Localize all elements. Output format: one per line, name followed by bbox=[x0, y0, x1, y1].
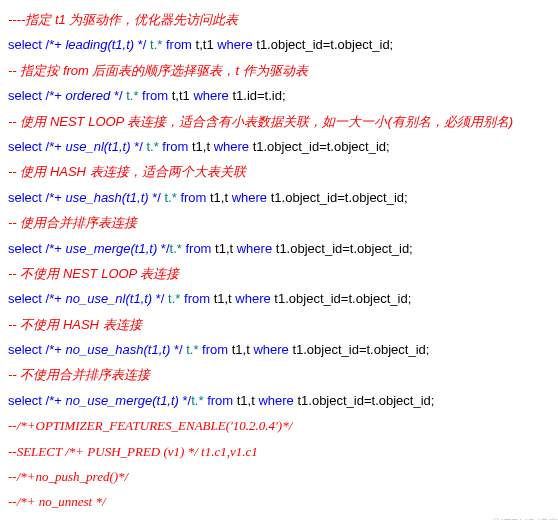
where-condition: t1.object_id=t.object_id; bbox=[249, 139, 390, 154]
hint-close: */ bbox=[170, 342, 182, 357]
hint-text: no_use_hash(t1,t) bbox=[65, 342, 170, 357]
sql-keyword-where: where bbox=[214, 139, 249, 154]
table-list: t1,t bbox=[188, 139, 213, 154]
table-list: t1,t bbox=[206, 190, 231, 205]
select-targets: t.* bbox=[143, 139, 163, 154]
sql-keyword-select: select bbox=[8, 241, 42, 256]
code-line: --/*+no_push_pred()*/ bbox=[8, 465, 558, 488]
code-line: select /*+ no_use_merge(t1,t) */t.* from… bbox=[8, 389, 558, 412]
sql-keyword-from: from bbox=[142, 88, 168, 103]
code-line: select /*+ use_hash(t1,t) */ t.* from t1… bbox=[8, 186, 558, 209]
table-list: t,t1 bbox=[192, 37, 217, 52]
code-line: select /*+ ordered */ t.* from t,t1 wher… bbox=[8, 84, 558, 107]
comment-text: --/*+OPTIMIZER_FEATURES_ENABLE('10.2.0.4… bbox=[8, 418, 292, 433]
code-line: --/*+OPTIMIZER_FEATURES_ENABLE('10.2.0.4… bbox=[8, 414, 558, 437]
where-condition: t1.object_id=t.object_id; bbox=[267, 190, 408, 205]
hint-close: */ bbox=[110, 88, 122, 103]
sql-keyword-from: from bbox=[166, 37, 192, 52]
where-condition: t1.id=t.id; bbox=[229, 88, 286, 103]
code-line: select /*+ no_use_hash(t1,t) */ t.* from… bbox=[8, 338, 558, 361]
select-targets: t.* bbox=[191, 393, 207, 408]
hint-open: /*+ bbox=[42, 241, 66, 256]
code-line: ----指定 t1 为驱动作，优化器先访问此表 bbox=[8, 8, 558, 31]
code-line: --/*+ unnest */ bbox=[8, 516, 558, 520]
code-line: -- 指定按 from 后面表的顺序选择驱表，t 作为驱动表 bbox=[8, 59, 558, 82]
table-list: t1,t bbox=[210, 291, 235, 306]
comment-text: -- 指定按 from 后面表的顺序选择驱表，t 作为驱动表 bbox=[8, 63, 308, 78]
comment-text: --SELECT /*+ PUSH_PRED (v1) */ t1.c1,v1.… bbox=[8, 444, 258, 459]
hint-text: use_hash(t1,t) bbox=[65, 190, 148, 205]
comment-text: ----指定 t1 为驱动作，优化器先访问此表 bbox=[8, 12, 238, 27]
comment-text: --/*+no_push_pred()*/ bbox=[8, 469, 128, 484]
comment-text: -- 不使用 NEST LOOP 表连接 bbox=[8, 266, 179, 281]
select-targets: t.* bbox=[170, 241, 186, 256]
hint-open: /*+ bbox=[42, 342, 66, 357]
hint-text: leading(t1,t) bbox=[65, 37, 134, 52]
hint-open: /*+ bbox=[42, 88, 66, 103]
comment-text: -- 不使用 HASH 表连接 bbox=[8, 317, 142, 332]
hint-open: /*+ bbox=[42, 291, 66, 306]
hint-open: /*+ bbox=[42, 37, 66, 52]
sql-keyword-where: where bbox=[217, 37, 252, 52]
comment-text: -- 使用 HASH 表连接，适合两个大表关联 bbox=[8, 164, 246, 179]
sql-keyword-from: from bbox=[207, 393, 233, 408]
code-line: -- 不使用 NEST LOOP 表连接 bbox=[8, 262, 558, 285]
sql-keyword-select: select bbox=[8, 393, 42, 408]
code-line: --/*+ no_unnest */ bbox=[8, 490, 558, 513]
hint-text: no_use_merge(t1,t) bbox=[65, 393, 178, 408]
hint-open: /*+ bbox=[42, 190, 66, 205]
sql-keyword-from: from bbox=[162, 139, 188, 154]
table-list: t1,t bbox=[211, 241, 236, 256]
code-line: select /*+ leading(t1,t) */ t.* from t,t… bbox=[8, 33, 558, 56]
sql-keyword-where: where bbox=[237, 241, 272, 256]
code-line: select /*+ use_merge(t1,t) */t.* from t1… bbox=[8, 237, 558, 260]
sql-keyword-select: select bbox=[8, 37, 42, 52]
select-targets: t.* bbox=[165, 291, 185, 306]
sql-keyword-select: select bbox=[8, 139, 42, 154]
where-condition: t1.object_id=t.object_id; bbox=[289, 342, 430, 357]
hint-text: ordered bbox=[65, 88, 110, 103]
code-line: -- 不使用 HASH 表连接 bbox=[8, 313, 558, 336]
where-condition: t1.object_id=t.object_id; bbox=[271, 291, 412, 306]
sql-keyword-where: where bbox=[258, 393, 293, 408]
where-condition: t1.object_id=t.object_id; bbox=[294, 393, 435, 408]
where-condition: t1.object_id=t.object_id; bbox=[253, 37, 394, 52]
sql-keyword-from: from bbox=[185, 241, 211, 256]
sql-keyword-from: from bbox=[180, 190, 206, 205]
table-list: t1,t bbox=[233, 393, 258, 408]
comment-text: -- 不使用合并排序表连接 bbox=[8, 367, 150, 382]
code-line: -- 不使用合并排序表连接 bbox=[8, 363, 558, 386]
select-targets: t.* bbox=[183, 342, 203, 357]
comment-text: -- 使用合并排序表连接 bbox=[8, 215, 137, 230]
select-targets: t.* bbox=[146, 37, 166, 52]
select-targets: t.* bbox=[161, 190, 181, 205]
select-targets: t.* bbox=[123, 88, 143, 103]
code-line: -- 使用合并排序表连接 bbox=[8, 211, 558, 234]
sql-keyword-from: from bbox=[202, 342, 228, 357]
sql-keyword-where: where bbox=[232, 190, 267, 205]
code-line: -- 使用 HASH 表连接，适合两个大表关联 bbox=[8, 160, 558, 183]
code-line: select /*+ use_nl(t1,t) */ t.* from t1,t… bbox=[8, 135, 558, 158]
hint-close: */ bbox=[149, 190, 161, 205]
sql-keyword-select: select bbox=[8, 190, 42, 205]
comment-text: -- 使用 NEST LOOP 表连接，适合含有小表数据关联，如一大一小(有别名… bbox=[8, 114, 513, 129]
sql-keyword-select: select bbox=[8, 291, 42, 306]
comment-text: --/*+ no_unnest */ bbox=[8, 494, 106, 509]
hint-open: /*+ bbox=[42, 139, 66, 154]
sql-keyword-select: select bbox=[8, 88, 42, 103]
hint-open: /*+ bbox=[42, 393, 66, 408]
hint-close: */ bbox=[179, 393, 191, 408]
sql-keyword-from: from bbox=[184, 291, 210, 306]
where-condition: t1.object_id=t.object_id; bbox=[272, 241, 413, 256]
code-line: select /*+ no_use_nl(t1,t) */ t.* from t… bbox=[8, 287, 558, 310]
code-line: --SELECT /*+ PUSH_PRED (v1) */ t1.c1,v1.… bbox=[8, 440, 558, 463]
sql-keyword-where: where bbox=[193, 88, 228, 103]
code-document: ----指定 t1 为驱动作，优化器先访问此表select /*+ leadin… bbox=[8, 8, 558, 520]
hint-text: no_use_nl(t1,t) bbox=[65, 291, 152, 306]
sql-keyword-where: where bbox=[253, 342, 288, 357]
sql-keyword-select: select bbox=[8, 342, 42, 357]
hint-text: use_merge(t1,t) bbox=[65, 241, 157, 256]
sql-keyword-where: where bbox=[235, 291, 270, 306]
hint-close: */ bbox=[152, 291, 164, 306]
code-line: -- 使用 NEST LOOP 表连接，适合含有小表数据关联，如一大一小(有别名… bbox=[8, 110, 558, 133]
